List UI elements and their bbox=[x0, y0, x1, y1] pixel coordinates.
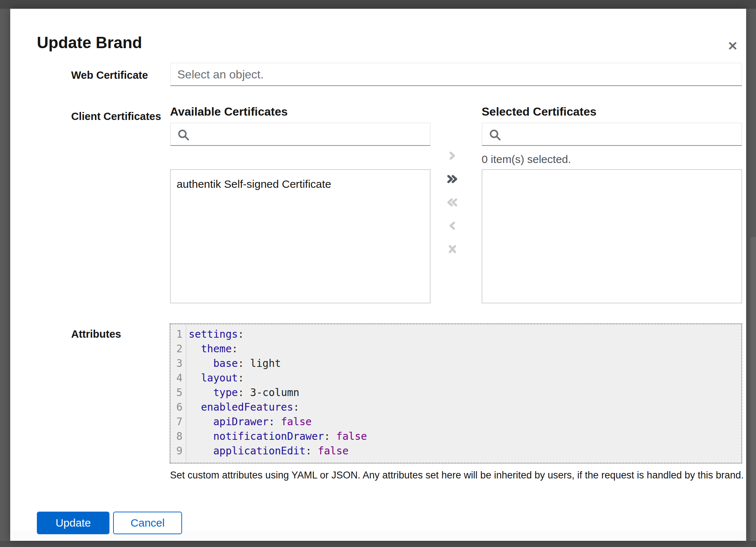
double-chevron-left-icon bbox=[446, 197, 459, 208]
code-line: base: light bbox=[186, 356, 741, 371]
chevron-right-icon bbox=[447, 150, 458, 161]
search-icon bbox=[489, 128, 502, 141]
screen: Update Brand ✕ Web Certificate Client Ce… bbox=[0, 0, 756, 547]
available-search bbox=[170, 123, 431, 146]
backdrop-shade-right bbox=[751, 237, 756, 547]
backdrop-shade-bottom bbox=[0, 541, 756, 547]
modal-title: Update Brand bbox=[37, 34, 142, 52]
code-line-number: 6 bbox=[170, 400, 186, 415]
add-all-button[interactable] bbox=[436, 167, 469, 191]
selected-certificates-list[interactable] bbox=[482, 169, 742, 303]
list-item[interactable]: authentik Self-signed Certificate bbox=[171, 173, 430, 195]
code-line-number: 7 bbox=[170, 415, 186, 429]
available-certificates-heading: Available Certificates bbox=[170, 105, 288, 119]
update-brand-modal: Update Brand ✕ Web Certificate Client Ce… bbox=[10, 9, 746, 541]
code-content[interactable]: settings: theme: base: light layout: typ… bbox=[186, 324, 741, 463]
selected-count-status: 0 item(s) selected. bbox=[482, 153, 571, 166]
code-line: enabledFeatures: bbox=[186, 400, 741, 415]
code-line: notificationDrawer: false bbox=[186, 429, 741, 444]
close-button[interactable]: ✕ bbox=[722, 36, 743, 55]
client-certificates-label: Client Certificates bbox=[71, 110, 161, 123]
code-line: settings: bbox=[186, 327, 741, 342]
code-line-numbers: 123456789 bbox=[170, 324, 186, 463]
code-line: apiDrawer: false bbox=[186, 415, 741, 429]
attributes-label: Attributes bbox=[71, 328, 121, 340]
cancel-button[interactable]: Cancel bbox=[113, 512, 182, 534]
selected-search-input[interactable] bbox=[505, 123, 741, 145]
search-icon bbox=[177, 128, 190, 141]
code-line: layout: bbox=[186, 371, 741, 385]
clear-selection-button[interactable] bbox=[436, 237, 469, 261]
code-line: theme: bbox=[186, 342, 741, 356]
update-button[interactable]: Update bbox=[37, 512, 109, 534]
transfer-controls bbox=[436, 144, 469, 261]
code-line-number: 8 bbox=[170, 429, 186, 444]
code-line-number: 3 bbox=[170, 356, 186, 371]
code-line-number: 2 bbox=[170, 342, 186, 356]
remove-all-button[interactable] bbox=[436, 191, 469, 214]
code-line-number: 9 bbox=[170, 444, 186, 458]
double-chevron-right-icon bbox=[446, 174, 459, 185]
attributes-help-text: Set custom attributes using YAML or JSON… bbox=[170, 470, 744, 481]
available-search-input[interactable] bbox=[193, 123, 429, 145]
times-icon bbox=[447, 244, 458, 255]
chevron-left-icon bbox=[447, 220, 458, 231]
selected-certificates-heading: Selected Certificates bbox=[482, 105, 597, 119]
attributes-code-editor[interactable]: 123456789 settings: theme: base: light l… bbox=[170, 323, 742, 463]
code-line-number: 4 bbox=[170, 371, 186, 385]
code-line-number: 1 bbox=[170, 327, 186, 342]
remove-selected-button[interactable] bbox=[436, 214, 469, 237]
available-certificates-list[interactable]: authentik Self-signed Certificate bbox=[170, 169, 431, 303]
add-selected-button[interactable] bbox=[436, 144, 469, 167]
web-certificate-input[interactable] bbox=[170, 63, 742, 86]
code-line-number: 5 bbox=[170, 385, 186, 400]
close-icon: ✕ bbox=[728, 39, 738, 53]
web-certificate-label: Web Certificate bbox=[71, 69, 148, 81]
code-line: applicationEdit: false bbox=[186, 444, 741, 458]
backdrop-shade-top bbox=[0, 0, 756, 9]
code-line: type: 3-column bbox=[186, 385, 741, 400]
selected-search bbox=[482, 123, 742, 146]
